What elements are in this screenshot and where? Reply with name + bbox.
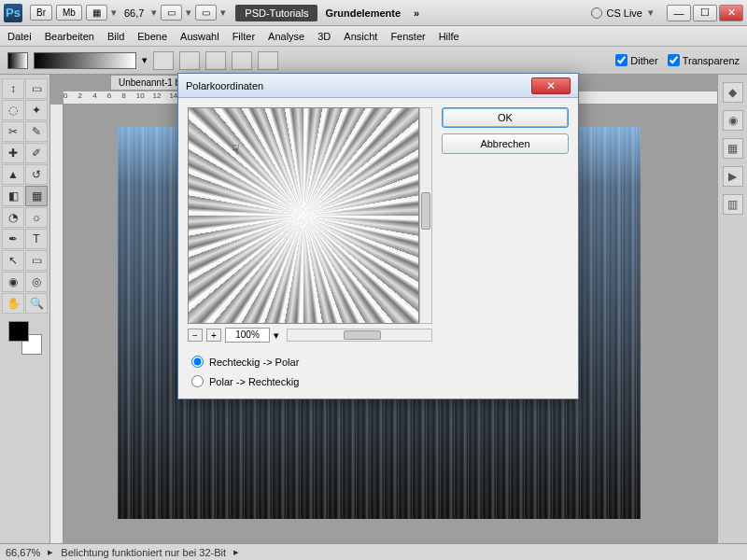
- history-icon[interactable]: ▶: [723, 166, 743, 187]
- chevron-icon: ▾: [184, 7, 193, 19]
- actions-icon[interactable]: ▥: [723, 194, 743, 215]
- dialog-title: Polarkoordinaten: [186, 80, 263, 91]
- pen-tool[interactable]: ✒: [2, 229, 24, 249]
- maximize-button[interactable]: ☐: [693, 5, 717, 21]
- gradient-tool[interactable]: ▦: [25, 186, 48, 206]
- brush-tool[interactable]: ✐: [25, 143, 48, 163]
- foreground-color[interactable]: [8, 321, 29, 342]
- status-message: Belichtung funktioniert nur bei 32-Bit: [61, 547, 226, 558]
- zoom-in-button[interactable]: +: [206, 329, 221, 342]
- type-tool[interactable]: T: [25, 229, 48, 249]
- cancel-button[interactable]: Abbrechen: [442, 133, 569, 154]
- gradient-picker[interactable]: [34, 52, 136, 69]
- gradient-radial[interactable]: [179, 51, 200, 70]
- shape-tool[interactable]: ▭: [25, 250, 48, 271]
- gradient-diamond[interactable]: [258, 51, 278, 70]
- view-button[interactable]: ▭: [161, 5, 182, 21]
- option-rect-to-polar[interactable]: Rechteckig -> Polar: [191, 356, 299, 368]
- gradient-linear[interactable]: [153, 51, 174, 70]
- chevron-icon: ▾: [149, 7, 159, 19]
- menu-analyse[interactable]: Analyse: [268, 31, 304, 42]
- menubar: Datei Bearbeiten Bild Ebene Auswahl Filt…: [0, 26, 747, 47]
- tool-preset[interactable]: [7, 52, 28, 69]
- menu-bild[interactable]: Bild: [107, 31, 124, 42]
- arrange-button[interactable]: ▦: [86, 5, 107, 21]
- gradient-reflected[interactable]: [232, 51, 252, 70]
- eraser-tool[interactable]: ◧: [2, 186, 24, 206]
- menu-datei[interactable]: Datei: [7, 31, 32, 42]
- zoom-tool[interactable]: 🔍: [25, 293, 48, 314]
- workspace-tab[interactable]: PSD-Tutorials: [235, 5, 317, 21]
- eyedropper-tool[interactable]: ✎: [25, 121, 48, 142]
- menu-hilfe[interactable]: Hilfe: [439, 31, 459, 42]
- toolbox: ↕▭ ◌✦ ✂✎ ✚✐ ▲↺ ◧▦ ◔☼ ✒T ↖▭ ◉◎ ✋🔍: [0, 75, 50, 543]
- bridge-button[interactable]: Br: [30, 5, 52, 21]
- dialog-close-button[interactable]: ✕: [531, 77, 571, 94]
- close-button[interactable]: ✕: [719, 5, 743, 21]
- options-bar: ▾ Dither Transparenz: [0, 47, 747, 75]
- chevron-icon: ▾: [218, 7, 228, 19]
- statusbar: 66,67% ▸ Belichtung funktioniert nur bei…: [0, 543, 747, 560]
- hand-tool[interactable]: ✋: [2, 293, 24, 314]
- chevron-icon: ▾: [142, 54, 148, 66]
- menu-ansicht[interactable]: Ansicht: [344, 31, 377, 42]
- blur-tool[interactable]: ◔: [2, 207, 24, 228]
- dialog-titlebar[interactable]: Polarkoordinaten ✕: [178, 74, 578, 98]
- heal-tool[interactable]: ✚: [2, 143, 24, 163]
- history-tool[interactable]: ↺: [25, 164, 48, 185]
- 3d-tool[interactable]: ◉: [2, 272, 24, 292]
- menu-ebene[interactable]: Ebene: [137, 31, 167, 42]
- status-chevron[interactable]: ▸: [233, 546, 239, 558]
- adjust-icon[interactable]: ▦: [723, 138, 743, 159]
- hand-cursor-icon: ☟: [232, 142, 240, 157]
- color-icon[interactable]: ◉: [723, 110, 743, 131]
- cslive-label[interactable]: CS Live: [606, 7, 642, 19]
- wand-tool[interactable]: ✦: [25, 100, 48, 120]
- stamp-tool[interactable]: ▲: [2, 164, 24, 185]
- status-chevron[interactable]: ▸: [48, 546, 53, 558]
- layers-icon[interactable]: ◆: [723, 82, 743, 103]
- app-icon: Ps: [4, 4, 22, 22]
- more-icon[interactable]: »: [408, 7, 425, 19]
- titlebar: Ps Br Mb ▦ ▾ 66,7 ▾ ▭ ▾ ▭ ▾ PSD-Tutorial…: [0, 0, 747, 26]
- gradient-angle[interactable]: [205, 51, 226, 70]
- workspace-name[interactable]: Grundelemente: [317, 5, 408, 21]
- path-tool[interactable]: ↖: [2, 250, 24, 271]
- preview-vscroll[interactable]: [419, 107, 432, 324]
- zoom-out-button[interactable]: −: [188, 329, 203, 342]
- dither-checkbox[interactable]: Dither: [615, 54, 657, 66]
- menu-fenster[interactable]: Fenster: [390, 31, 425, 42]
- option-polar-to-rect[interactable]: Polar -> Rechteckig: [191, 375, 299, 387]
- chevron-icon: ▾: [109, 7, 119, 19]
- color-swatch[interactable]: [8, 321, 42, 355]
- preview-hscroll[interactable]: [287, 329, 432, 342]
- chevron-icon: ▾: [646, 7, 655, 19]
- menu-filter[interactable]: Filter: [233, 31, 255, 42]
- menu-bearbeiten[interactable]: Bearbeiten: [45, 31, 94, 42]
- ruler-vertical: [50, 105, 63, 543]
- dodge-tool[interactable]: ☼: [25, 207, 48, 228]
- panel-dock: ◆ ◉ ▦ ▶ ▥: [717, 75, 747, 543]
- screen-button[interactable]: ▭: [195, 5, 217, 21]
- zoom-level[interactable]: 66,7: [119, 7, 149, 19]
- cslive-icon: [591, 7, 602, 19]
- crop-tool[interactable]: ✂: [2, 121, 24, 142]
- lasso-tool[interactable]: ◌: [2, 100, 24, 120]
- minimize-button[interactable]: —: [667, 5, 691, 21]
- move-tool[interactable]: ↕: [2, 78, 24, 99]
- transparenz-checkbox[interactable]: Transparenz: [668, 54, 740, 66]
- menu-auswahl[interactable]: Auswahl: [180, 31, 219, 42]
- minibridge-button[interactable]: Mb: [56, 5, 82, 21]
- status-zoom[interactable]: 66,67%: [6, 547, 40, 558]
- ok-button[interactable]: OK: [442, 107, 569, 128]
- marquee-tool[interactable]: ▭: [25, 78, 48, 99]
- preview-zoom[interactable]: 100%: [225, 328, 270, 343]
- camera-tool[interactable]: ◎: [25, 272, 48, 292]
- preview-image[interactable]: ☟: [188, 107, 419, 324]
- chevron-icon[interactable]: ▾: [274, 329, 279, 342]
- polar-dialog: Polarkoordinaten ✕ ☟ − + 100% ▾ OK Abbre…: [177, 73, 579, 399]
- menu-3d[interactable]: 3D: [317, 31, 331, 42]
